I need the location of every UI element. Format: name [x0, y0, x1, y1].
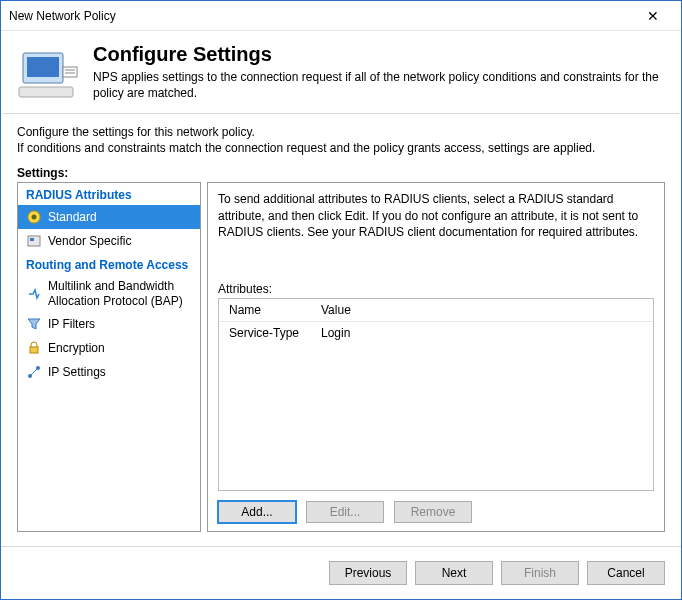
bap-icon — [26, 286, 42, 302]
group-radius-attributes: RADIUS Attributes — [18, 183, 200, 205]
svg-rect-9 — [30, 238, 34, 241]
col-value[interactable]: Value — [311, 299, 653, 321]
window: New Network Policy ✕ Configure Settings … — [0, 0, 682, 600]
finish-button: Finish — [501, 561, 579, 585]
vendor-icon — [26, 233, 42, 249]
nav-encryption-label: Encryption — [48, 341, 105, 355]
content-description: To send additional attributes to RADIUS … — [218, 191, 654, 240]
header: Configure Settings NPS applies settings … — [1, 31, 681, 113]
nav-ip-settings[interactable]: IP Settings — [18, 360, 200, 384]
wizard-icon — [17, 43, 81, 103]
page-subtitle: NPS applies settings to the connection r… — [93, 70, 665, 101]
nav-encryption[interactable]: Encryption — [18, 336, 200, 360]
page-title: Configure Settings — [93, 43, 665, 66]
nav-bap-label: Multilink and Bandwidth Allocation Proto… — [48, 279, 192, 308]
cancel-button[interactable]: Cancel — [587, 561, 665, 585]
svg-rect-1 — [27, 57, 59, 77]
svg-rect-3 — [63, 67, 77, 77]
add-button[interactable]: Add... — [218, 501, 296, 523]
window-title: New Network Policy — [9, 9, 633, 23]
nav-standard-label: Standard — [48, 210, 97, 224]
group-routing-remote-access: Routing and Remote Access — [18, 253, 200, 275]
nav-ipfilters-label: IP Filters — [48, 317, 95, 331]
svg-rect-2 — [19, 87, 73, 97]
wizard-footer: Previous Next Finish Cancel — [1, 546, 681, 599]
lock-icon — [26, 340, 42, 356]
nav-ipsettings-label: IP Settings — [48, 365, 106, 379]
col-name[interactable]: Name — [219, 299, 311, 321]
intro-line1: Configure the settings for this network … — [17, 124, 665, 140]
titlebar: New Network Policy ✕ — [1, 1, 681, 31]
intro-line2: If conditions and constraints match the … — [17, 140, 665, 156]
next-button[interactable]: Next — [415, 561, 493, 585]
attributes-label: Attributes: — [218, 282, 654, 296]
svg-rect-10 — [30, 347, 38, 353]
intro-text: Configure the settings for this network … — [1, 114, 681, 164]
standard-icon — [26, 209, 42, 225]
funnel-icon — [26, 316, 42, 332]
remove-button[interactable]: Remove — [394, 501, 472, 523]
nav-vendor-specific[interactable]: Vendor Specific — [18, 229, 200, 253]
settings-tree: RADIUS Attributes Standard Vendor Specif… — [17, 182, 201, 532]
nav-ip-filters[interactable]: IP Filters — [18, 312, 200, 336]
table-row[interactable]: Service-Type Login — [219, 322, 653, 344]
cell-value: Login — [311, 322, 653, 344]
previous-button[interactable]: Previous — [329, 561, 407, 585]
network-icon — [26, 364, 42, 380]
nav-standard[interactable]: Standard — [18, 205, 200, 229]
nav-bap[interactable]: Multilink and Bandwidth Allocation Proto… — [18, 275, 200, 312]
settings-label: Settings: — [1, 164, 681, 182]
nav-vendor-label: Vendor Specific — [48, 234, 131, 248]
close-button[interactable]: ✕ — [633, 8, 673, 24]
cell-name: Service-Type — [219, 322, 311, 344]
table-header: Name Value — [219, 299, 653, 322]
svg-point-7 — [32, 215, 37, 220]
content-panel: To send additional attributes to RADIUS … — [207, 182, 665, 532]
attributes-table[interactable]: Name Value Service-Type Login — [218, 298, 654, 491]
svg-line-13 — [31, 369, 37, 375]
edit-button[interactable]: Edit... — [306, 501, 384, 523]
